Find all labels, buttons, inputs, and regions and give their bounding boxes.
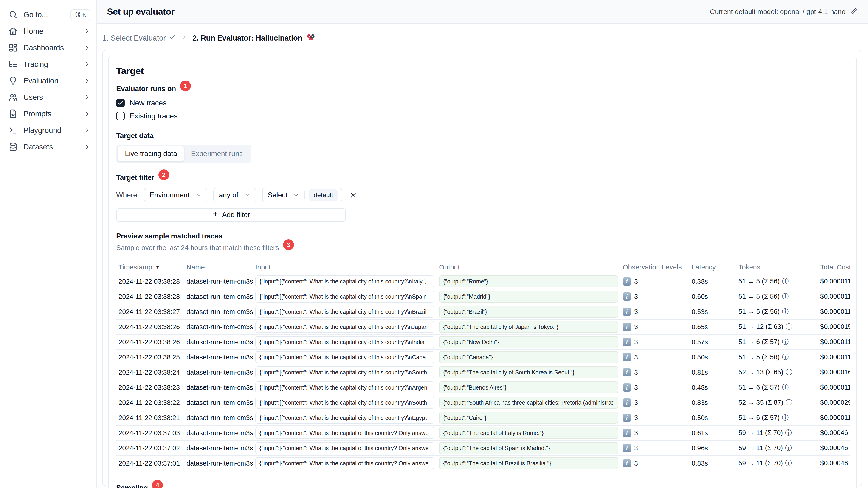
observation-count: 3 (634, 323, 638, 331)
filter-column-select[interactable]: Environment (144, 188, 207, 202)
table-row[interactable]: 2024-11-22 03:38:28 dataset-run-item-cm3… (116, 274, 850, 289)
table-row[interactable]: 2024-11-22 03:38:28 dataset-run-item-cm3… (116, 289, 850, 304)
input-pill: {"input":[{"content":"What is the capita… (255, 397, 434, 409)
tokens-cell: 59 → 11 (Σ 70) (739, 429, 783, 436)
tab-experiment-runs[interactable]: Experiment runs (184, 147, 250, 161)
observation-count: 3 (634, 384, 638, 391)
table-row[interactable]: 2024-11-22 03:38:26 dataset-run-item-cm3… (116, 320, 850, 335)
input-pill: {"input":[{"content":"What is the capita… (255, 457, 434, 469)
info-circle-icon[interactable]: ⓘ (785, 323, 792, 330)
goto-search[interactable]: Go to... ⌘ K (0, 6, 96, 23)
info-circle-icon[interactable]: ⓘ (782, 414, 788, 421)
target-filter-label: Target filter (116, 173, 154, 182)
info-emoji-icon: i (623, 459, 631, 467)
breadcrumb-step1[interactable]: 1. Select Evaluator (102, 34, 176, 42)
output-pill: {"output":"The capital city of Japan is … (439, 321, 618, 333)
cost-cell: $0.00046 (820, 444, 848, 452)
sidebar-item-evaluation[interactable]: Evaluation (0, 72, 96, 89)
table-row[interactable]: 2024-11-22 03:38:25 dataset-run-item-cm3… (116, 350, 850, 365)
info-circle-icon[interactable]: ⓘ (785, 429, 792, 436)
latency-cell: 0.83s (689, 459, 736, 467)
name-cell: dataset-run-item-cm3s4 (184, 399, 253, 406)
info-circle-icon[interactable]: ⓘ (782, 353, 788, 361)
table-row[interactable]: 2024-11-22 03:37:03 dataset-run-item-cm3… (116, 426, 850, 441)
cost-cell: $0.000011 (820, 338, 850, 346)
table-row[interactable]: 2024-11-22 03:38:24 dataset-run-item-cm3… (116, 365, 850, 380)
timestamp-cell: 2024-11-22 03:37:01 (116, 459, 184, 467)
preview-subtext: Sample over the last 24 hours that match… (116, 244, 279, 252)
table-row[interactable]: 2024-11-22 03:37:02 dataset-run-item-cm3… (116, 441, 850, 456)
table-row[interactable]: 2024-11-22 03:38:26 dataset-run-item-cm3… (116, 335, 850, 350)
name-cell: dataset-run-item-cm3s4 (184, 384, 253, 391)
latency-cell: 0.96s (689, 445, 736, 452)
table-row[interactable]: 2024-11-22 03:38:21 dataset-run-item-cm3… (116, 411, 850, 426)
info-circle-icon[interactable]: ⓘ (782, 384, 788, 391)
remove-filter-button[interactable] (349, 191, 357, 199)
sidebar-item-tracing[interactable]: Tracing (0, 56, 96, 72)
info-circle-icon[interactable]: ⓘ (785, 459, 792, 467)
output-pill: {"output":"Buenos Aires"} (439, 382, 618, 393)
sampling-label: Sampling (116, 484, 148, 488)
timestamp-cell: 2024-11-22 03:37:02 (116, 445, 184, 452)
tokens-cell: 51 → 6 (Σ 57) (739, 414, 780, 421)
timestamp-cell: 2024-11-22 03:38:27 (116, 308, 184, 316)
sidebar-item-prompts[interactable]: Prompts (0, 106, 96, 122)
filter-value-select[interactable]: Select (263, 189, 305, 202)
sidebar-item-home[interactable]: Home (0, 23, 96, 39)
latency-cell: 0.57s (689, 338, 736, 346)
tokens-cell: 51 → 5 (Σ 56) (739, 278, 780, 285)
filter-operator-select[interactable]: any of (213, 188, 256, 202)
column-header-total-cost: Total Cost (818, 263, 850, 271)
table-row[interactable]: 2024-11-22 03:37:01 dataset-run-item-cm3… (116, 456, 850, 471)
checkbox[interactable] (116, 99, 125, 107)
checkbox-row-new-traces[interactable]: New traces (116, 99, 848, 107)
checkbox-row-existing-traces[interactable]: Existing traces (116, 112, 848, 120)
column-header-timestamp[interactable]: Timestamp▼ (116, 263, 184, 271)
cost-cell: $0.000015 (820, 323, 850, 330)
sidebar-item-datasets[interactable]: Datasets (0, 139, 96, 155)
observation-count: 3 (634, 459, 638, 467)
input-pill: {"input":[{"content":"What is the capita… (255, 412, 434, 424)
plus-icon (212, 210, 219, 219)
name-cell: dataset-run-item-cm3s4 (184, 278, 253, 285)
info-circle-icon[interactable]: ⓘ (782, 338, 788, 346)
input-pill: {"input":[{"content":"What is the capita… (255, 306, 434, 318)
tracing-icon (8, 60, 18, 69)
info-emoji-icon: i (623, 307, 631, 316)
chevron-down-icon (244, 192, 251, 198)
observation-count: 3 (634, 399, 638, 406)
breadcrumb: 1. Select Evaluator 2. Run Evaluator: Ha… (102, 30, 863, 50)
observation-count: 3 (634, 414, 638, 422)
timestamp-cell: 2024-11-22 03:38:28 (116, 278, 184, 285)
pencil-edit-icon[interactable] (850, 7, 858, 17)
checkbox[interactable] (116, 112, 125, 120)
timestamp-cell: 2024-11-22 03:38:25 (116, 354, 184, 361)
checkbox-label: Existing traces (130, 112, 178, 120)
chevron-right-icon (84, 77, 91, 84)
info-circle-icon[interactable]: ⓘ (785, 444, 792, 452)
table-row[interactable]: 2024-11-22 03:38:22 dataset-run-item-cm3… (116, 395, 850, 411)
add-filter-button[interactable]: Add filter (116, 208, 346, 222)
info-circle-icon[interactable]: ⓘ (785, 368, 792, 376)
chevron-right-icon (84, 143, 91, 150)
observation-count: 3 (634, 354, 638, 361)
sidebar-item-playground[interactable]: Playground (0, 122, 96, 139)
tokens-cell: 52 → 13 (Σ 65) (739, 368, 783, 376)
info-emoji-icon: i (623, 414, 631, 422)
info-circle-icon[interactable]: ⓘ (782, 293, 788, 300)
info-circle-icon[interactable]: ⓘ (782, 308, 788, 315)
name-cell: dataset-run-item-cm3s4 (184, 414, 253, 422)
cost-cell: $0.00046 (820, 459, 848, 467)
info-circle-icon[interactable]: ⓘ (785, 399, 792, 406)
info-circle-icon[interactable]: ⓘ (782, 278, 788, 285)
sidebar-item-users[interactable]: Users (0, 89, 96, 106)
tokens-cell: 51 → 5 (Σ 56) (739, 293, 780, 300)
tab-live-tracing-data[interactable]: Live tracing data (118, 147, 184, 161)
users-icon (8, 93, 18, 102)
table-row[interactable]: 2024-11-22 03:38:23 dataset-run-item-cm3… (116, 380, 850, 395)
main-area: Set up evaluator Current default model: … (97, 0, 868, 488)
sidebar-item-dashboards[interactable]: Dashboards (0, 39, 96, 56)
prompts-icon (8, 109, 18, 119)
table-row[interactable]: 2024-11-22 03:38:27 dataset-run-item-cm3… (116, 304, 850, 320)
tokens-cell: 59 → 11 (Σ 70) (739, 444, 783, 452)
